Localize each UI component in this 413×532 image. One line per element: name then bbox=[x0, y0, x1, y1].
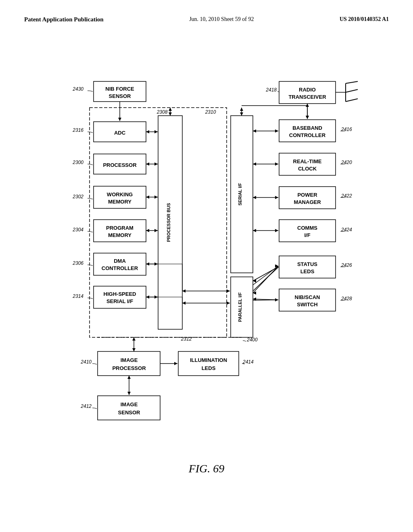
figure-label: FIG. 69 bbox=[24, 462, 389, 475]
svg-marker-66 bbox=[169, 112, 172, 116]
radio-transceiver-label2: TRANSCEIVER bbox=[288, 94, 326, 100]
program-memory-label2: MEMORY bbox=[108, 232, 131, 238]
status-leds-label2: LEDS bbox=[300, 268, 315, 274]
svg-marker-84 bbox=[127, 392, 131, 395]
header-date-sheet: Jun. 10, 2010 Sheet 59 of 92 bbox=[189, 16, 254, 23]
ref-2304: 2304 bbox=[72, 227, 83, 233]
svg-marker-54 bbox=[253, 229, 256, 232]
ref-2430: 2430 bbox=[72, 86, 83, 92]
svg-marker-67 bbox=[169, 108, 172, 111]
svg-line-35 bbox=[346, 89, 358, 92]
svg-line-102 bbox=[253, 300, 278, 300]
circuit-diagram: PROCESSOR BUS SERIAL I/F PARALLEL I/F NI… bbox=[41, 35, 372, 458]
svg-line-89 bbox=[253, 266, 278, 285]
svg-marker-81 bbox=[174, 362, 177, 365]
svg-marker-77 bbox=[132, 337, 136, 341]
ref-2300: 2300 bbox=[72, 160, 83, 165]
working-memory-label: WORKING bbox=[107, 191, 133, 197]
parallel-if-label: PARALLEL I/F bbox=[238, 292, 242, 322]
svg-marker-18 bbox=[146, 195, 149, 199]
ref-2424: 2424 bbox=[341, 227, 352, 233]
svg-marker-7 bbox=[118, 118, 121, 121]
svg-marker-10 bbox=[146, 130, 149, 133]
real-time-clock-label2: CLOCK bbox=[298, 166, 317, 172]
svg-marker-9 bbox=[154, 130, 158, 133]
baseband-ctrl-label: BASEBAND bbox=[292, 125, 322, 131]
svg-marker-47 bbox=[275, 162, 278, 166]
serial-if-label: SERIAL I/F bbox=[238, 183, 242, 206]
svg-marker-73 bbox=[306, 116, 309, 119]
ref-2410: 2410 bbox=[80, 359, 92, 365]
ref-2420: 2420 bbox=[341, 160, 352, 165]
ref-2412: 2412 bbox=[80, 403, 92, 409]
ref-2400: 2400 bbox=[246, 337, 258, 343]
svg-marker-85 bbox=[127, 376, 131, 379]
page: Patent Application Publication Jun. 10, … bbox=[0, 0, 413, 532]
ref-2312: 2312 bbox=[181, 336, 192, 342]
svg-marker-69 bbox=[240, 112, 243, 116]
radio-transceiver-label: RADIO bbox=[299, 87, 316, 93]
svg-marker-70 bbox=[240, 108, 243, 111]
ref-2314: 2314 bbox=[72, 293, 83, 299]
processor-bus-label: PROCESSOR BUS bbox=[166, 203, 171, 242]
diagram-area: PROCESSOR BUS SERIAL I/F PARALLEL I/F NI… bbox=[24, 35, 389, 458]
svg-marker-21 bbox=[154, 229, 158, 232]
ref-2422: 2422 bbox=[341, 193, 352, 199]
svg-marker-17 bbox=[154, 195, 158, 199]
ref-2306: 2306 bbox=[72, 260, 83, 266]
svg-marker-95 bbox=[182, 289, 186, 293]
nib-force-sensor-label: NIB FORCE bbox=[105, 86, 134, 92]
svg-marker-55 bbox=[275, 229, 278, 232]
working-memory-label2: MEMORY bbox=[108, 199, 131, 205]
svg-marker-76 bbox=[132, 348, 136, 351]
nib-force-sensor-label2: SENSOR bbox=[109, 93, 131, 99]
ref-2428: 2428 bbox=[341, 296, 352, 301]
svg-marker-100 bbox=[182, 301, 186, 305]
header-publication-type: Patent Application Publication bbox=[24, 16, 104, 23]
svg-marker-13 bbox=[154, 162, 158, 166]
svg-rect-78 bbox=[98, 351, 160, 376]
svg-line-36 bbox=[346, 99, 358, 102]
header-patent-number: US 2010/0140352 A1 bbox=[340, 16, 389, 23]
ref-2416: 2416 bbox=[341, 127, 352, 132]
image-sensor-label: IMAGE bbox=[121, 401, 138, 407]
comms-if-label2: I/F bbox=[304, 232, 310, 238]
svg-marker-51 bbox=[275, 196, 278, 199]
ref-2426: 2426 bbox=[341, 262, 352, 268]
svg-marker-59 bbox=[253, 291, 256, 295]
svg-marker-22 bbox=[146, 229, 149, 232]
dma-controller-label2: CONTROLLER bbox=[102, 265, 138, 271]
illumination-leds-label2: LEDS bbox=[202, 365, 216, 371]
svg-marker-43 bbox=[275, 129, 278, 133]
ref-2316: 2316 bbox=[72, 127, 83, 133]
ref-2308: 2308 bbox=[156, 109, 168, 115]
nib-scan-switch-label2: SWITCH bbox=[297, 301, 317, 308]
adc-label: ADC bbox=[114, 130, 126, 136]
image-processor-label: IMAGE bbox=[121, 357, 138, 363]
ref-2418: 2418 bbox=[265, 87, 277, 93]
svg-rect-23 bbox=[94, 253, 146, 275]
ref-2302: 2302 bbox=[72, 194, 83, 200]
svg-marker-50 bbox=[253, 196, 256, 199]
svg-marker-94 bbox=[227, 289, 230, 293]
dma-controller-label: DMA bbox=[114, 258, 126, 264]
image-sensor-label2: SENSOR bbox=[118, 409, 141, 416]
svg-marker-14 bbox=[146, 162, 149, 166]
image-processor-label2: PROCESSOR bbox=[112, 365, 146, 371]
power-manager-label2: MANAGER bbox=[294, 199, 321, 205]
svg-rect-79 bbox=[178, 351, 239, 376]
ref-2310: 2310 bbox=[205, 109, 216, 115]
svg-rect-82 bbox=[98, 396, 160, 420]
high-speed-serial-label2: SERIAL I/F bbox=[106, 298, 133, 304]
svg-rect-27 bbox=[94, 286, 146, 308]
illumination-leds-label: ILLUMINATION bbox=[190, 357, 227, 363]
program-memory-label: PROGRAM bbox=[106, 225, 133, 231]
high-speed-serial-label: HIGH-SPEED bbox=[104, 291, 136, 297]
nib-scan-switch-label: NIB/SCAN bbox=[295, 294, 320, 300]
real-time-clock-label: REAL-TIME bbox=[293, 158, 322, 164]
page-header: Patent Application Publication Jun. 10, … bbox=[24, 16, 389, 23]
svg-marker-99 bbox=[227, 301, 230, 305]
svg-marker-46 bbox=[253, 162, 256, 166]
status-leds-label: STATUS bbox=[297, 261, 317, 267]
baseband-ctrl-label2: CONTROLLER bbox=[289, 132, 326, 138]
